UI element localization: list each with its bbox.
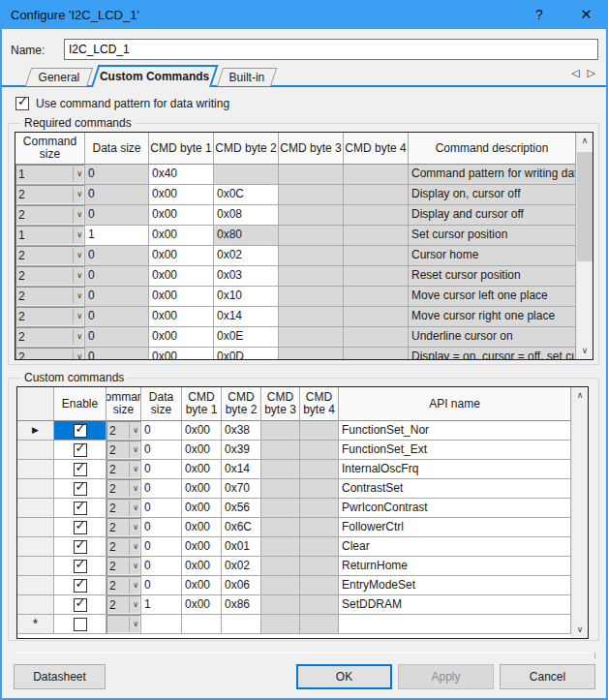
cmd-byte-2-cell[interactable]: 0x10 [214,287,279,307]
row-header-cell[interactable] [17,460,54,479]
cmd-byte-1-cell[interactable] [182,615,222,634]
command-size-dropdown[interactable]: 1∨ [15,165,85,185]
scroll-up-icon[interactable]: ∧ [572,387,588,404]
scrollbar-thumb[interactable] [577,152,593,261]
cmd-byte-1-cell[interactable]: 0x00 [182,460,222,479]
row-header-cell[interactable] [17,441,54,460]
cmd-byte-2-cell[interactable]: 0x6C [222,518,261,537]
cmd-byte-2-cell[interactable]: 0x02 [222,557,261,576]
apply-button[interactable]: Apply [398,664,494,689]
command-size-dropdown[interactable]: 2∨ [106,537,141,557]
cmd-byte-2-cell[interactable]: 0x14 [214,307,279,327]
command-size-dropdown[interactable]: 2∨ [15,307,85,327]
command-size-dropdown[interactable]: 2∨ [15,205,85,226]
data-size-cell[interactable]: 1 [141,595,182,615]
cmd-byte-1-cell[interactable]: 0x00 [182,441,222,460]
data-size-cell[interactable]: 0 [141,479,182,499]
data-size-cell[interactable]: 0 [141,557,182,576]
api-name-cell[interactable]: SetDDRAM [339,595,571,615]
cmd-byte-1-cell[interactable]: 0x00 [182,518,222,537]
api-name-cell[interactable]: ReturnHome [339,557,571,576]
data-size-cell[interactable] [141,615,182,634]
cmd-byte-1-cell[interactable]: 0x00 [149,287,214,307]
cmd-byte-2-cell[interactable]: 0x03 [214,266,279,287]
command-size-dropdown[interactable]: 2∨ [15,327,85,348]
api-name-cell[interactable]: FunctionSet_Ext [339,441,571,460]
checkbox-box[interactable]: ✓ [15,97,29,110]
vertical-scrollbar[interactable]: ∧ ∨ [571,387,588,638]
api-name-cell[interactable]: EntryModeSet [339,576,571,595]
enable-checkbox[interactable]: ✓ [54,441,106,460]
cmd-byte-1-cell[interactable]: 0x00 [149,327,214,348]
tab-custom-commands[interactable]: Custom Commands [91,65,218,87]
cmd-byte-2-cell[interactable]: 0x39 [222,441,261,460]
row-header-cell[interactable] [17,537,54,557]
api-name-cell[interactable]: Clear [339,537,571,557]
enable-checkbox[interactable]: ✓ [54,460,106,479]
command-size-dropdown[interactable]: 2∨ [15,246,85,266]
close-icon[interactable]: ✕ [564,0,608,29]
enable-checkbox[interactable]: ✓ [54,421,106,441]
row-header-cell[interactable] [17,595,54,615]
cmd-byte-1-cell[interactable]: 0x00 [182,537,222,557]
data-size-cell[interactable]: 0 [141,576,182,595]
enable-checkbox[interactable]: ✓ [54,576,106,595]
cmd-byte-2-cell[interactable]: 0x38 [222,421,261,441]
cmd-byte-1-cell[interactable]: 0x00 [182,479,222,499]
tab-general[interactable]: General [25,68,93,86]
cmd-byte-2-cell[interactable]: 0x86 [222,595,261,615]
row-header-cell[interactable]: ▶ [17,421,54,441]
command-size-dropdown[interactable]: 2∨ [106,479,141,499]
command-size-dropdown[interactable]: 2∨ [15,287,85,307]
api-name-cell[interactable]: InternalOscFrq [339,460,571,479]
cmd-byte-2-cell[interactable]: 0x0E [214,327,279,348]
cmd-byte-1-cell[interactable]: 0x40 [149,165,214,185]
command-size-dropdown[interactable]: 2∨ [106,595,141,615]
data-size-cell[interactable]: 0 [141,460,182,479]
command-size-dropdown[interactable]: 2∨ [106,421,141,441]
row-header-cell[interactable] [17,499,54,518]
cancel-button[interactable]: Cancel [500,664,595,689]
vertical-scrollbar[interactable]: ∧ ∨ [576,133,593,359]
cmd-byte-1-cell[interactable]: 0x00 [149,348,214,360]
command-size-dropdown[interactable]: 2∨ [106,518,141,537]
command-size-dropdown[interactable]: 2∨ [106,557,141,576]
command-size-dropdown[interactable]: ∨ [106,615,141,634]
command-size-dropdown[interactable]: 1∨ [15,226,85,246]
api-name-cell[interactable]: FunctionSet_Nor [339,421,571,441]
cmd-byte-2-cell[interactable]: 0x0D [214,348,279,360]
cmd-byte-1-cell[interactable]: 0x00 [182,421,222,441]
cmd-byte-2-cell[interactable]: 0x06 [222,576,261,595]
tab-scroll-right-icon[interactable]: ▷ [588,67,595,78]
data-size-cell[interactable]: 0 [141,421,182,441]
tab-scroll-left-icon[interactable]: ◁ [571,67,579,78]
data-size-cell[interactable]: 0 [141,499,182,518]
datasheet-button[interactable]: Datasheet [14,664,106,689]
cmd-byte-2-cell[interactable]: 0x56 [222,499,261,518]
cmd-byte-1-cell[interactable]: 0x00 [182,557,222,576]
command-size-dropdown[interactable]: 2∨ [15,185,85,205]
command-size-dropdown[interactable]: 2∨ [15,348,85,360]
scroll-up-icon[interactable]: ∧ [577,133,593,149]
command-size-dropdown[interactable]: 2∨ [106,499,141,518]
cmd-byte-1-cell[interactable]: 0x00 [149,266,214,287]
cmd-byte-1-cell[interactable]: 0x00 [182,576,222,595]
api-name-cell[interactable] [339,615,571,634]
api-name-cell[interactable]: PwrIconContrast [339,499,571,518]
data-size-cell[interactable]: 1 [85,226,149,246]
cmd-byte-1-cell[interactable]: 0x00 [149,246,214,266]
api-name-cell[interactable]: ContrastSet [339,479,571,499]
data-size-cell[interactable]: 0 [141,441,182,460]
row-header-cell[interactable] [17,518,54,537]
cmd-byte-1-cell[interactable]: 0x00 [182,595,222,615]
scroll-down-icon[interactable]: ∨ [572,622,588,638]
enable-checkbox[interactable]: ✓ [54,479,106,499]
cmd-byte-1-cell[interactable]: 0x00 [149,205,214,226]
row-header-cell[interactable]: * [17,615,54,634]
cmd-byte-2-cell[interactable]: 0x0C [214,185,279,205]
row-header-cell[interactable] [17,479,54,499]
command-size-dropdown[interactable]: 2∨ [106,441,141,460]
cmd-byte-1-cell[interactable]: 0x00 [182,499,222,518]
cmd-byte-2-cell[interactable] [222,615,261,634]
cmd-byte-2-cell[interactable]: 0x02 [214,246,279,266]
